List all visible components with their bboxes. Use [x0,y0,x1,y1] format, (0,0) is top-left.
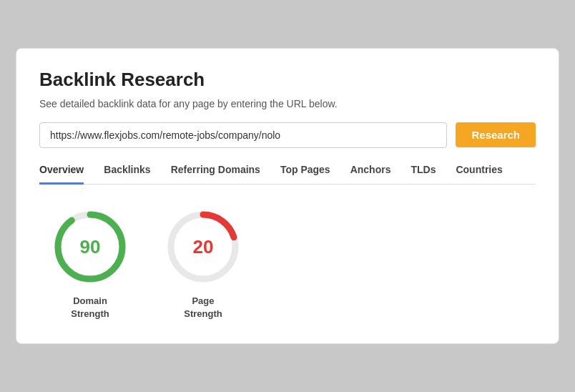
tab-backlinks[interactable]: Backlinks [104,164,150,185]
domain-strength-value: 90 [80,235,101,258]
tabs-nav: Overview Backlinks Referring Domains Top… [39,164,536,185]
page-strength-metric: 20 Page Strength [164,207,242,320]
research-button[interactable]: Research [456,122,536,147]
url-row: Research [39,122,536,148]
tab-top-pages[interactable]: Top Pages [280,164,330,185]
page-title: Backlink Research [39,69,536,91]
tab-anchors[interactable]: Anchors [350,164,391,185]
page-strength-label: Page Strength [184,295,222,320]
url-input[interactable] [39,122,447,148]
tab-countries[interactable]: Countries [456,164,502,185]
main-card: Backlink Research See detailed backlink … [16,48,559,344]
page-strength-value: 20 [193,235,214,258]
domain-strength-circle: 90 [51,207,129,286]
domain-strength-label: Domain Strength [71,295,109,320]
domain-strength-metric: 90 Domain Strength [51,207,129,320]
metrics-row: 90 Domain Strength 20 Page Strength [39,207,536,320]
page-strength-circle: 20 [164,207,242,286]
tab-overview[interactable]: Overview [39,164,84,185]
subtitle: See detailed backlink data for any page … [39,98,536,109]
tab-tlds[interactable]: TLDs [411,164,436,185]
tab-referring-domains[interactable]: Referring Domains [171,164,260,185]
